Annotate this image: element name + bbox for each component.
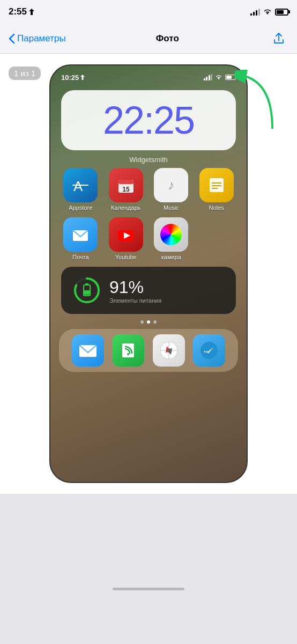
wifi-icon — [263, 9, 272, 15]
page-dots — [50, 320, 247, 324]
app-grid-row2: Почта Youtube камера — [50, 217, 247, 260]
page-title: Фото — [156, 33, 179, 44]
app-youtube[interactable]: Youtube — [107, 217, 146, 260]
notes-icon — [199, 168, 234, 202]
status-icons — [250, 8, 288, 16]
phone-signal — [204, 74, 213, 80]
battery-info: 91% Элементы питания — [109, 277, 225, 304]
svg-point-20 — [127, 353, 129, 355]
app-grid-row1: A Appstore 15 Календарь — [50, 168, 247, 211]
phone-screenshot: 10:25 22 — [49, 64, 248, 483]
camera-icon — [154, 217, 188, 252]
svg-text:A: A — [73, 178, 83, 194]
dock-phone[interactable] — [112, 334, 144, 367]
app-mail[interactable]: Почта — [61, 217, 100, 260]
location-icon — [29, 9, 34, 15]
phone-location-icon — [80, 75, 85, 80]
app-music[interactable]: ♪ Music — [152, 168, 191, 211]
clock-widget: 22:25 — [61, 90, 236, 150]
svg-text:15: 15 — [122, 186, 130, 193]
svg-text:♪: ♪ — [168, 178, 174, 192]
battery-widget: 91% Элементы питания — [61, 267, 236, 314]
bottom-area — [0, 494, 297, 601]
dock — [59, 329, 238, 372]
battery-circle — [72, 275, 102, 305]
svg-rect-17 — [85, 283, 88, 286]
svg-rect-18 — [84, 290, 90, 295]
phone-wifi-icon — [215, 75, 222, 80]
chevron-left-icon — [9, 33, 15, 44]
home-indicator — [113, 588, 184, 590]
back-button[interactable]: Параметры — [9, 33, 66, 44]
share-icon — [272, 32, 285, 45]
youtube-icon — [109, 217, 143, 252]
appstore-icon: A — [63, 168, 98, 202]
app-appstore[interactable]: A Appstore — [61, 168, 100, 211]
phone-time: 10:25 — [61, 74, 85, 82]
signal-bars — [250, 8, 260, 16]
camera-label: камера — [161, 254, 181, 260]
app-camera[interactable]: камера — [152, 217, 191, 260]
youtube-label: Youtube — [115, 254, 137, 260]
status-time: 2:55 — [9, 6, 34, 17]
calendar-label: Календарь — [111, 204, 141, 211]
photo-viewer: 1 из 1 10:25 — [0, 54, 297, 494]
music-icon: ♪ — [154, 168, 188, 202]
mail-label: Почта — [72, 254, 89, 260]
widgetsmith-label: Widgetsmith — [50, 156, 247, 164]
dock-telegram[interactable] — [193, 334, 225, 367]
app-calendar[interactable]: 15 Календарь — [107, 168, 146, 211]
dock-mail[interactable] — [72, 334, 104, 367]
battery-percent: 91% — [109, 277, 225, 297]
status-bar: 2:55 — [0, 0, 297, 24]
battery-status-icon — [275, 9, 288, 16]
music-label: Music — [164, 204, 179, 211]
share-button[interactable] — [269, 29, 288, 48]
battery-desc: Элементы питания — [109, 297, 225, 304]
photo-counter: 1 из 1 — [9, 67, 41, 80]
arrow-indicator — [235, 70, 278, 136]
appstore-label: Appstore — [69, 204, 92, 211]
svg-point-27 — [201, 342, 218, 359]
svg-rect-4 — [118, 180, 133, 184]
nav-bar: Параметры Фото — [0, 24, 297, 54]
clock-time: 22:25 — [72, 101, 225, 140]
mail-app-icon — [63, 217, 98, 252]
dot-1 — [140, 320, 144, 324]
phone-status-bar: 10:25 — [50, 65, 247, 85]
dot-3 — [153, 320, 157, 324]
phone-battery — [225, 75, 236, 80]
notes-label: Notes — [209, 204, 224, 211]
calendar-icon: 15 — [109, 168, 143, 202]
app-notes[interactable]: Notes — [197, 168, 236, 211]
dot-2-active — [147, 320, 150, 324]
dock-safari[interactable] — [153, 334, 185, 367]
